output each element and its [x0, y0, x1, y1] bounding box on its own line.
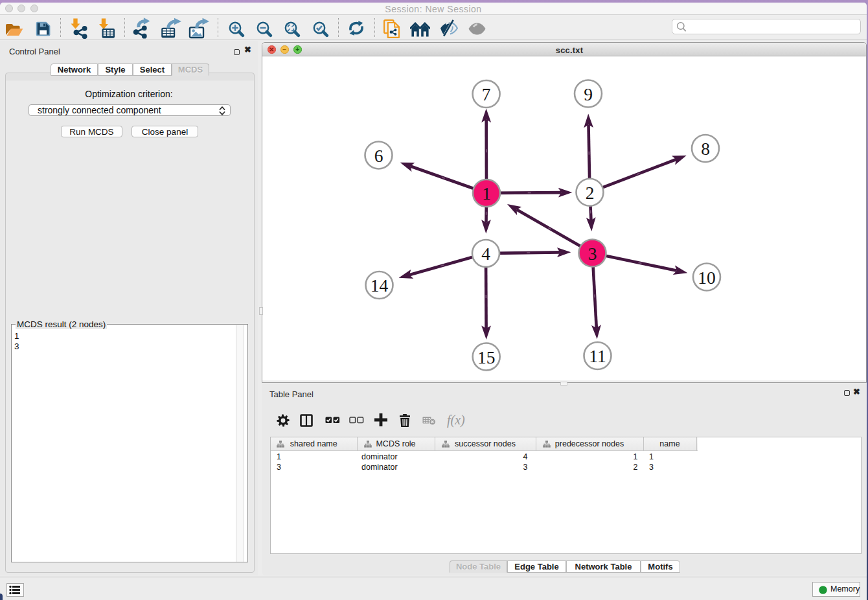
svg-text:11: 11	[589, 346, 606, 366]
svg-text:3: 3	[588, 244, 597, 264]
svg-text:8: 8	[701, 139, 710, 159]
svg-text:14: 14	[371, 275, 389, 295]
svg-text:4: 4	[481, 244, 490, 264]
svg-text:7: 7	[482, 84, 491, 104]
svg-text:9: 9	[584, 84, 593, 104]
svg-text:15: 15	[477, 347, 496, 367]
svg-text:10: 10	[698, 268, 716, 288]
svg-text:2: 2	[586, 183, 595, 203]
svg-text:1: 1	[482, 183, 491, 203]
svg-text:6: 6	[374, 146, 383, 166]
